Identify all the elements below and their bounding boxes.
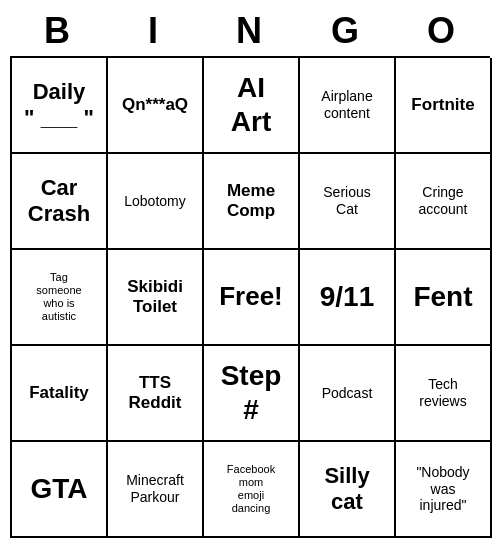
title-n: N — [207, 10, 293, 52]
table-row: Silly cat — [300, 442, 396, 538]
table-row: Tech reviews — [396, 346, 492, 442]
table-row: Free! — [204, 250, 300, 346]
table-row: Qn***aQ — [108, 58, 204, 154]
table-row: Airplane content — [300, 58, 396, 154]
bingo-grid: Daily " ___ "Qn***aQAI ArtAirplane conte… — [10, 56, 490, 538]
title-g: G — [303, 10, 389, 52]
table-row: Tag someone who is autistic — [12, 250, 108, 346]
table-row: Fatality — [12, 346, 108, 442]
table-row: Podcast — [300, 346, 396, 442]
table-row: Meme Comp — [204, 154, 300, 250]
table-row: Step # — [204, 346, 300, 442]
table-row: Minecraft Parkour — [108, 442, 204, 538]
table-row: Lobotomy — [108, 154, 204, 250]
table-row: Fent — [396, 250, 492, 346]
title-b: B — [15, 10, 101, 52]
title-i: I — [111, 10, 197, 52]
table-row: 9/11 — [300, 250, 396, 346]
table-row: Facebook mom emoji dancing — [204, 442, 300, 538]
table-row: TTS Reddit — [108, 346, 204, 442]
title-o: O — [399, 10, 485, 52]
table-row: Daily " ___ " — [12, 58, 108, 154]
bingo-card: B I N G O Daily " ___ "Qn***aQAI ArtAirp… — [10, 6, 490, 538]
table-row: "Nobody was injured" — [396, 442, 492, 538]
table-row: GTA — [12, 442, 108, 538]
bingo-title: B I N G O — [10, 6, 490, 56]
table-row: Cringe account — [396, 154, 492, 250]
table-row: Skibidi Toilet — [108, 250, 204, 346]
table-row: Serious Cat — [300, 154, 396, 250]
table-row: AI Art — [204, 58, 300, 154]
table-row: Car Crash — [12, 154, 108, 250]
table-row: Fortnite — [396, 58, 492, 154]
